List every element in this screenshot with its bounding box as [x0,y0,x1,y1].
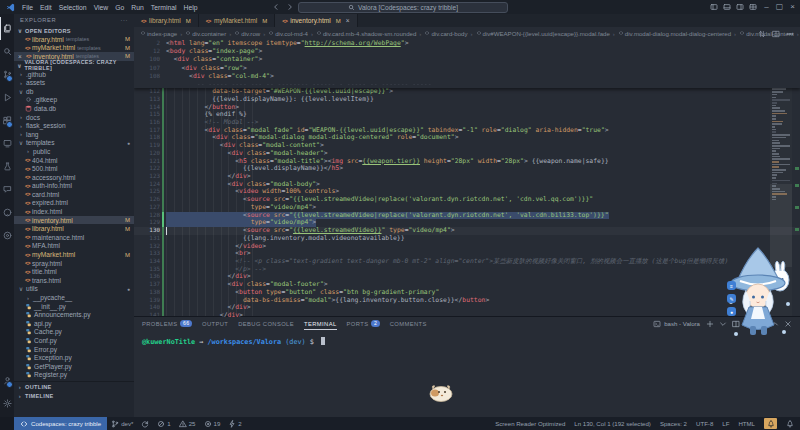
status-warning[interactable]: 25 [175,420,200,428]
status-item[interactable]: LF [722,420,729,427]
tree-item-error-py[interactable]: Error.py [14,345,134,354]
settings-gear-icon[interactable] [0,392,14,415]
menu-terminal[interactable]: Terminal [151,4,177,11]
tree-item-mfa-html[interactable]: <>MFA.html [14,242,134,251]
beaker-icon[interactable] [0,155,14,178]
breadcrumb-item[interactable]: div.row [234,30,260,37]
chevron-up-icon[interactable] [771,320,779,328]
tab-library-html[interactable]: <>library.htmlM [134,14,199,27]
menu-view[interactable]: View [94,4,109,11]
tree-item-lang[interactable]: ›lang [14,130,134,139]
menu-run[interactable]: Run [131,4,143,11]
tree-item-maintenance-html[interactable]: <>maintenance.html [14,233,134,242]
tree-item-templates[interactable]: ∨templates● [14,139,134,148]
status-error[interactable]: 1 [153,420,174,428]
tree-item-docs[interactable]: ›docs [14,113,134,122]
more-icon[interactable] [758,320,766,328]
comments-icon[interactable] [0,178,14,201]
debug-icon[interactable] [0,86,14,109]
panel-tab-ports[interactable]: PORTS2 [347,317,380,330]
code-editor[interactable]: 2<html lang="en" itemscope itemtype="htt… [134,39,800,317]
remote-explorer-icon[interactable] [0,132,14,155]
tree-item-mymarket-html[interactable]: <>myMarket.htmlM [14,250,134,259]
close-tab-icon[interactable]: × [346,17,350,24]
tab-myMarket-html[interactable]: <>myMarket.htmlM [199,14,275,27]
github-icon[interactable] [0,201,14,224]
tree-item-flask-session[interactable]: ›flask_session [14,121,134,130]
sticky-line[interactable]: -- ----- ---- --- -- -------- ------ - -… [134,80,800,88]
tree-item-title-html[interactable]: <>title.html [14,267,134,276]
breadcrumb-item[interactable]: div#WEAPON-{{level.uuid|escape}}.modal.f… [476,30,610,37]
panel-tab-terminal[interactable]: TERMINAL [304,317,337,330]
tree-item---init---py[interactable]: __init__.py [14,302,134,311]
tree-item-public[interactable]: ›public [14,147,134,156]
back-icon[interactable] [272,3,280,11]
tree-item-getplayer-py[interactable]: GetPlayer.py [14,362,134,371]
root-folder-header[interactable]: ∨VALORA [CODESPACES: CRAZY TRIBBLE] [14,61,134,70]
sticky-line[interactable]: 108 <div class="col-md-4"> [134,72,800,80]
minimize-button[interactable]: – [764,0,768,14]
forward-icon[interactable] [286,3,294,11]
status-item[interactable]: Screen Reader Optimized [495,420,565,427]
tree-item-data-db[interactable]: data.db [14,104,134,113]
sticky-line[interactable]: 107 <div class="row"> [134,64,800,72]
breadcrumb[interactable]: index-page›div.container›div.row›div.col… [134,27,800,39]
files-icon[interactable] [0,17,14,40]
tree-item-assets[interactable]: ›assets [14,78,134,87]
open-changes-icon[interactable] [758,30,766,38]
tree-item-register-py[interactable]: Register.py [14,371,134,380]
tree-item-index-html[interactable]: <>index.html [14,207,134,216]
open-editor-item[interactable]: <>myMarket.htmltemplatesM [14,44,134,53]
command-center-search[interactable]: Valora [Codespaces: crazy tribble] [298,2,508,13]
bell-icon[interactable] [786,420,794,428]
tree-item-spray-html[interactable]: <>spray.html [14,259,134,268]
panel-tab-problems[interactable]: PROBLEMS66 [142,317,192,330]
open-editor-item[interactable]: <>library.htmltemplatesM [14,35,134,44]
explorer-more-actions[interactable]: ··· [120,17,128,23]
status-branch[interactable]: dev* [107,420,137,428]
close-icon[interactable] [784,320,792,328]
account-icon[interactable] [0,369,14,392]
tree-item-accessory-html[interactable]: <>accessory.html [14,173,134,182]
sticky-line[interactable]: 12<body class="index-page"> [134,47,800,55]
status-item[interactable]: HTML [738,420,755,427]
trash-icon[interactable] [745,320,753,328]
tree-item-500-html[interactable]: <>500.html [14,164,134,173]
floating-button[interactable]: ≡ [727,281,736,290]
tab-inventory-html[interactable]: <>inventory.htmlM× [275,14,357,27]
tree-item-expired-html[interactable]: <>expired.html [14,199,134,208]
live-share-icon[interactable] [0,224,14,247]
extensions-icon[interactable] [0,109,14,132]
status-zap[interactable]: 2 [224,420,245,428]
remote-indicator[interactable]: Codespaces: crazy tribble [14,417,107,430]
tree-item-cache-py[interactable]: Cache.py [14,328,134,337]
status-item[interactable]: UTF-8 [696,420,713,427]
menu-go[interactable]: Go [115,4,124,11]
breadcrumb-item[interactable]: div.card-body [424,30,467,37]
breadcrumb-item[interactable]: div.col-md-4 [268,30,308,37]
tree-item-trans-html[interactable]: <>trans.html [14,276,134,285]
terminal[interactable]: @kuwerNoTitle → /workspaces/Valora (dev)… [134,330,800,346]
panel-tab-debug-console[interactable]: DEBUG CONSOLE [238,317,294,330]
tree-item-auth-info-html[interactable]: <>auth-info.html [14,182,134,191]
split-terminal-icon[interactable] [732,320,740,328]
tree-item-conf-py[interactable]: Conf.py [14,336,134,345]
close-window-button[interactable]: × [790,0,795,14]
breadcrumb-item[interactable]: div.container [185,30,226,37]
tree-item-announcements-py[interactable]: Announcements.py [14,310,134,319]
sticky-line[interactable]: 100 <div class="container"> [134,55,800,63]
panel-tab-comments[interactable]: COMMENTS [390,317,427,330]
plus-icon[interactable] [706,320,714,328]
tree-item-api-py[interactable]: api.py [14,319,134,328]
panel-tab-output[interactable]: OUTPUT [202,317,228,330]
chevron-down-icon[interactable] [719,320,727,328]
open-editors-header[interactable]: ∨OPEN EDITORS [14,26,134,35]
status-item[interactable]: Ln 130, Col 1 (192 selected) [574,420,651,427]
outline-section[interactable]: ›OUTLINE [14,381,134,391]
menu-selection[interactable]: Selection [59,4,87,11]
menu-edit[interactable]: Edit [40,4,52,11]
tree-item-exception-py[interactable]: Exception.py [14,353,134,362]
maximize-button[interactable]: ▢ [776,0,784,14]
source-control-icon[interactable] [0,63,14,86]
breadcrumb-item[interactable]: div.modal-dialog.modal-dialog-centered [618,30,731,37]
